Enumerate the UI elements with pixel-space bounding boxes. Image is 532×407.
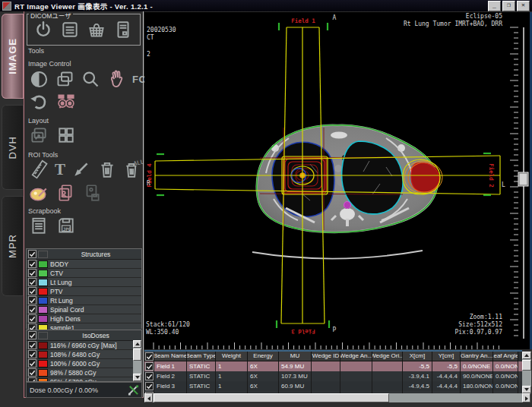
scroll-thumb[interactable] [133, 349, 141, 361]
ct-viewport[interactable]: Field 1 Field 2 Field 3 Field 4 20020530… [144, 12, 530, 349]
plan-name: Rt Lung Tumor IMRT+BAO, DRR [404, 21, 502, 27]
beam-row[interactable]: Field 3STATIC16X60.9 MU-4.9,4.5-4.4,4.41… [144, 381, 522, 391]
tab-mpr[interactable]: MPR [2, 196, 24, 296]
scroll-thumb[interactable] [522, 360, 531, 371]
close-button[interactable]: ✕ [517, 1, 530, 11]
scroll-left-button[interactable] [144, 393, 153, 402]
beam-col-header[interactable]: MU [279, 352, 312, 361]
isodose-visibility-checkbox[interactable] [28, 359, 36, 368]
structure-row[interactable]: BODY [27, 260, 141, 269]
scroll-thumb[interactable] [154, 393, 389, 402]
beam-col-header[interactable]: Beam Type [187, 352, 216, 361]
beam-col-header[interactable]: Leaf Angle. [493, 352, 518, 361]
structure-visibility-checkbox[interactable] [28, 296, 36, 304]
roi-tools-label: ROI Tools [28, 151, 58, 159]
pan-hand-icon[interactable] [106, 69, 127, 90]
beam-table-hscrollbar[interactable] [144, 393, 530, 402]
structure-visibility-checkbox[interactable] [28, 260, 36, 268]
scroll-up-button[interactable] [133, 340, 141, 348]
image-stack-icon[interactable] [55, 69, 75, 90]
save-jpg-icon[interactable]: JPG [56, 216, 76, 235]
maximize-button[interactable]: ❐ [502, 1, 515, 11]
paste-roi-icon[interactable] [82, 183, 102, 203]
scroll-right-button[interactable] [522, 393, 530, 402]
isodose-row[interactable]: 108% / 6480 cGy [27, 350, 133, 359]
isodose-visibility-checkbox[interactable] [28, 368, 36, 377]
layout-grid-icon[interactable] [56, 125, 76, 145]
structure-visibility-checkbox[interactable] [28, 314, 36, 323]
beam-col-header[interactable]: Wedge An... [340, 352, 372, 361]
server-icon[interactable] [113, 20, 133, 39]
beam-col-header[interactable]: Beam Name [154, 352, 187, 361]
delete-roi-icon[interactable] [97, 159, 117, 179]
scroll-up-button[interactable] [522, 352, 531, 359]
beam-row[interactable]: Field 1STATIC16X54.9 MU-5,5-5,50.0/NONE0… [144, 361, 522, 371]
beam-col-header[interactable]: Energy [248, 352, 279, 361]
isodose-label: 116% / 6960 cGy [Max] [50, 342, 117, 349]
slice-slider[interactable] [518, 27, 528, 339]
beam-cell: 107.3 MU [279, 371, 312, 381]
field2-label: Field 2 [488, 163, 495, 188]
slice-slider-thumb[interactable] [518, 172, 528, 186]
worklist-icon[interactable] [60, 20, 80, 39]
beam-table-vscrollbar[interactable] [522, 352, 531, 393]
undo-icon[interactable] [29, 92, 49, 112]
isodose-row[interactable]: 116% / 6960 cGy [Max] [27, 341, 133, 350]
zoom-icon[interactable] [81, 69, 101, 90]
text-tool-icon[interactable]: T [55, 161, 65, 178]
beam-col-header[interactable]: Gantry An... [461, 352, 493, 361]
structure-visibility-checkbox[interactable] [28, 305, 36, 314]
structure-color-swatch [38, 306, 48, 314]
isodoses-scrollbar[interactable] [133, 340, 141, 381]
ruler-icon[interactable] [29, 159, 49, 179]
scroll-down-button[interactable] [133, 374, 141, 381]
structure-visibility-checkbox[interactable] [28, 287, 36, 295]
isodose-row[interactable]: 100% / 6000 cGy [27, 359, 133, 368]
window-title: RT Image Viewer 画像表示 - Ver. 1.2.1 - [14, 1, 153, 11]
tab-dvh[interactable]: DVH [2, 105, 24, 190]
scroll-down-button[interactable] [522, 386, 531, 393]
beam-all-checkbox[interactable] [145, 352, 154, 361]
tab-image[interactable]: IMAGE [2, 14, 24, 99]
beam-cell: STATIC [187, 361, 216, 371]
beam-checkbox[interactable] [145, 372, 154, 380]
beam-col-header[interactable]: Wedge ID [312, 352, 340, 361]
structures-all-checkbox[interactable] [28, 250, 36, 258]
beam-row[interactable]: Field 2STATIC16X107.3 MU-3.9,4.1-4.4,4.4… [144, 371, 522, 381]
arrow-tool-icon[interactable] [71, 159, 91, 179]
contrast-icon[interactable] [29, 69, 49, 90]
structure-row[interactable]: High Dens [27, 314, 141, 323]
beam-checkbox[interactable] [145, 362, 154, 371]
structures-header: Structures [27, 249, 141, 260]
palette-icon[interactable] [29, 183, 49, 203]
beam-cell: 6X [248, 381, 279, 391]
beam-col-header[interactable]: Wedge Ori... [372, 352, 403, 361]
dose-status-bar: Dose 0.00cGy / 0.00% [26, 382, 142, 398]
beam-col-header[interactable]: X[cm] [403, 352, 432, 361]
structure-row[interactable]: CTV [27, 269, 141, 278]
report-icon[interactable] [29, 216, 49, 235]
beam-cell: 0.0/NONE [493, 381, 518, 391]
tools-section-label: Tools [28, 47, 44, 55]
minimize-button[interactable]: _ [488, 1, 501, 11]
power-icon[interactable] [33, 20, 53, 39]
structure-row[interactable]: Spinal Cord [27, 305, 141, 314]
isodose-row[interactable]: 98% / 5880 cGy [27, 368, 133, 377]
dose-tools-icon[interactable] [128, 384, 139, 396]
structure-visibility-checkbox[interactable] [28, 278, 36, 286]
isodose-visibility-checkbox[interactable] [28, 350, 36, 358]
basket-icon[interactable] [87, 20, 106, 39]
copy-roi-icon[interactable] [55, 183, 75, 203]
delete-all-roi-icon[interactable]: ALL [123, 159, 143, 179]
layout-stack-icon[interactable] [29, 125, 49, 145]
beam-col-header[interactable]: Weight [216, 352, 248, 361]
structure-row[interactable]: PTV [27, 287, 141, 296]
structure-row[interactable]: Lt Lung [27, 278, 141, 287]
window-level-reset-icon[interactable] [56, 92, 76, 112]
structure-visibility-checkbox[interactable] [28, 269, 36, 277]
beam-checkbox[interactable] [145, 382, 154, 390]
isodose-visibility-checkbox[interactable] [28, 341, 36, 349]
structure-row[interactable]: Rt Lung [27, 296, 141, 305]
isodoses-all-checkbox[interactable] [28, 331, 36, 339]
beam-col-header[interactable]: Y[cm] [432, 352, 461, 361]
